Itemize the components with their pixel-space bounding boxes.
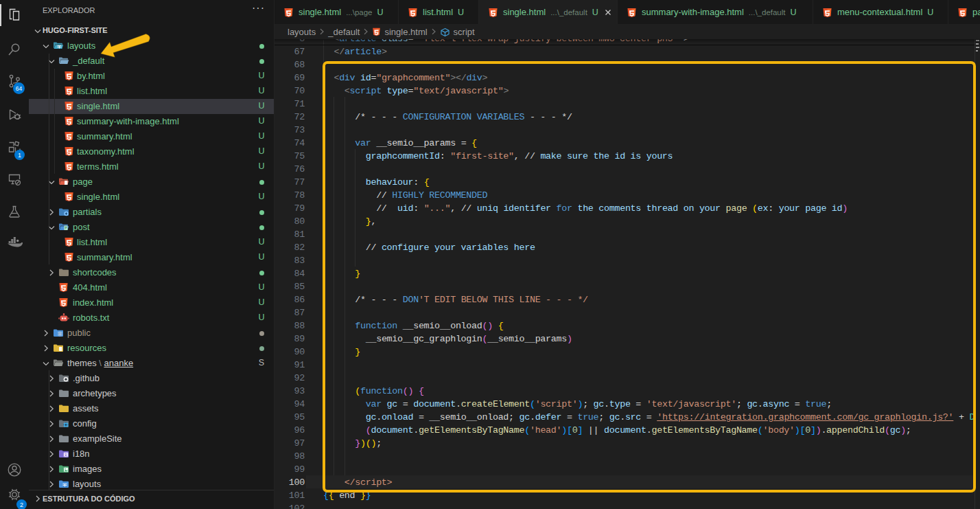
svg-text:文: 文 [64,453,68,457]
